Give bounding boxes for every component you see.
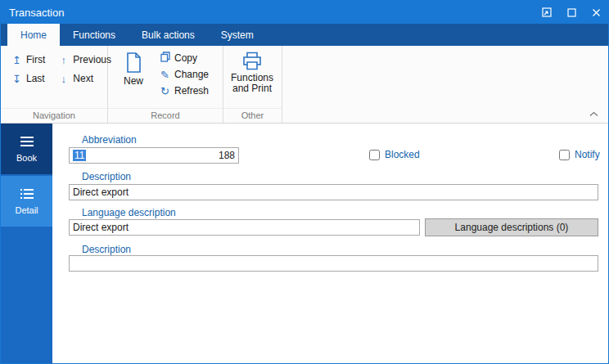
next-icon: ↓ <box>58 74 69 84</box>
group-label-record: Record <box>108 108 223 123</box>
copy-icon <box>160 52 170 64</box>
sidebar-item-book[interactable]: Book <box>1 124 52 174</box>
printer-icon <box>242 52 262 70</box>
window-maximize-button[interactable] <box>559 1 584 24</box>
functions-and-print-label: Functions and Print <box>227 73 277 94</box>
book-icon <box>20 136 34 147</box>
copy-label: Copy <box>174 52 197 64</box>
window-close-button[interactable] <box>584 1 608 24</box>
record-small-buttons: Copy ✎ Change ↻ Refresh <box>154 49 216 108</box>
window-dock-button[interactable] <box>535 1 559 24</box>
first-label: First <box>26 54 45 65</box>
refresh-label: Refresh <box>174 85 209 97</box>
ribbon: ↥ First ↧ Last ↑ Previous ↓ Next Navigat… <box>1 46 608 124</box>
change-label: Change <box>174 69 209 80</box>
ribbon-group-navigation: ↥ First ↧ Last ↑ Previous ↓ Next Navigat… <box>1 46 108 123</box>
previous-label: Previous <box>73 54 111 65</box>
new-icon <box>124 52 142 74</box>
description-input[interactable] <box>69 184 598 200</box>
detail-icon <box>20 188 34 200</box>
window-title: Transaction <box>9 7 535 19</box>
ribbon-tabstrip: Home Functions Bulk actions System <box>1 24 608 46</box>
tab-functions[interactable]: Functions <box>60 24 129 46</box>
blocked-checkbox[interactable]: Blocked <box>369 149 420 160</box>
copy-button[interactable]: Copy <box>154 49 216 66</box>
window-dock-icon <box>542 7 552 17</box>
blocked-checkbox-input[interactable] <box>369 150 380 160</box>
ribbon-group-other: Functions and Print Other <box>223 46 282 123</box>
window-controls <box>535 1 608 24</box>
transaction-window: Transaction Home Functions Bulk actions … <box>0 0 609 364</box>
ribbon-group-record: New Copy ✎ Change ↻ Refres <box>108 46 223 123</box>
record-group-content: New Copy ✎ Change ↻ Refres <box>108 46 223 108</box>
tab-bulk-actions[interactable]: Bulk actions <box>129 24 208 46</box>
language-description-input[interactable] <box>69 219 420 236</box>
titlebar: Transaction <box>1 1 608 24</box>
sidebar-detail-label: Detail <box>15 205 38 215</box>
first-icon: ↥ <box>11 55 22 65</box>
first-button[interactable]: ↥ First <box>6 52 52 68</box>
new-label: New <box>124 76 143 87</box>
description2-label: Description <box>82 244 131 255</box>
abbreviation-value: 11 <box>73 150 86 161</box>
previous-icon: ↑ <box>58 55 69 65</box>
blocked-label: Blocked <box>385 149 420 160</box>
sidebar-item-detail[interactable]: Detail <box>1 176 52 227</box>
tab-home[interactable]: Home <box>7 24 60 46</box>
sidebar: Book Detail <box>1 124 52 363</box>
tab-system[interactable]: System <box>208 24 267 46</box>
description2-input[interactable] <box>69 255 598 272</box>
last-button[interactable]: ↧ Last <box>6 70 52 87</box>
notify-checkbox[interactable]: Notify <box>559 149 600 160</box>
last-label: Last <box>26 73 45 84</box>
language-descriptions-button[interactable]: Language descriptions (0) <box>425 218 598 236</box>
abbreviation-field[interactable]: 11 188 <box>69 147 239 164</box>
last-icon: ↧ <box>11 74 22 84</box>
other-group-content: Functions and Print <box>223 46 282 108</box>
refresh-button[interactable]: ↻ Refresh <box>154 83 216 99</box>
window-body: Book Detail Abbreviation 11 188 Blocked … <box>1 124 608 363</box>
ribbon-collapse-button[interactable] <box>589 106 598 120</box>
abbreviation-label: Abbreviation <box>82 134 137 146</box>
group-label-navigation: Navigation <box>1 108 107 123</box>
chevron-up-icon <box>589 111 598 117</box>
window-maximize-icon <box>567 8 576 17</box>
navigation-group-content: ↥ First ↧ Last ↑ Previous ↓ Next <box>1 46 107 108</box>
new-button[interactable]: New <box>113 49 154 108</box>
next-label: Next <box>73 73 93 84</box>
notify-label: Notify <box>575 149 600 160</box>
change-icon: ✎ <box>160 70 170 80</box>
abbreviation-count: 188 <box>219 150 235 161</box>
language-description-label: Language description <box>82 207 176 218</box>
notify-checkbox-input[interactable] <box>559 150 570 160</box>
functions-and-print-button[interactable]: Functions and Print <box>227 49 277 94</box>
sidebar-book-label: Book <box>16 153 37 163</box>
change-button[interactable]: ✎ Change <box>154 66 216 83</box>
window-close-icon <box>592 8 601 17</box>
form-area: Abbreviation 11 188 Blocked Notify Descr… <box>52 124 608 363</box>
description-label: Description <box>82 171 131 182</box>
refresh-icon: ↻ <box>160 86 170 97</box>
group-label-other: Other <box>223 108 282 123</box>
